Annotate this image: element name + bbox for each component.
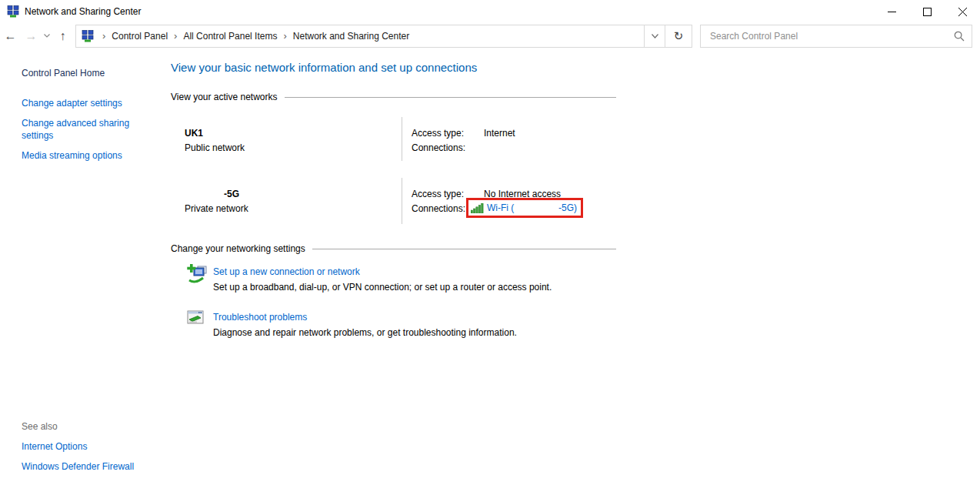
troubleshoot-description: Diagnose and repair network problems, or… <box>213 327 517 339</box>
new-connection-icon <box>187 264 208 284</box>
network-details: Access type: No Internet access Connecti… <box>402 178 616 224</box>
network-row-5g: -5G Private network Access type: No Inte… <box>171 178 616 224</box>
troubleshoot-icon <box>187 309 208 329</box>
history-chevron-down-icon[interactable] <box>42 34 52 38</box>
network-type: Private network <box>185 202 394 216</box>
access-type-value: Internet <box>484 126 515 141</box>
minimize-button[interactable] <box>874 0 909 23</box>
search-input[interactable] <box>702 30 954 42</box>
network-center-icon <box>82 30 94 42</box>
troubleshoot-link[interactable]: Troubleshoot problems <box>213 311 307 323</box>
networking-settings-section-label: Change your networking settings <box>171 243 305 254</box>
breadcrumb-separator-icon: › <box>168 30 182 42</box>
network-name: -5G <box>224 187 394 202</box>
active-networks-section-header: View your active networks <box>171 92 616 102</box>
breadcrumb-item-all-control-panel-items[interactable]: All Control Panel Items <box>182 31 278 42</box>
wifi-connection-link[interactable]: Wi-Fi ( <box>487 201 514 216</box>
breadcrumb[interactable]: › Control Panel › All Control Panel Item… <box>75 25 665 48</box>
search-box[interactable] <box>700 25 972 48</box>
networking-settings-section: Change your networking settings <box>171 243 616 339</box>
see-also-label: See also <box>22 421 171 432</box>
breadcrumb-separator-icon: › <box>97 30 111 42</box>
back-icon[interactable]: ← <box>0 25 21 48</box>
forward-icon: → <box>21 25 42 48</box>
maximize-button[interactable] <box>909 0 945 23</box>
breadcrumb-item-control-panel[interactable]: Control Panel <box>111 31 168 42</box>
sidebar-item-media-streaming-options[interactable]: Media streaming options <box>22 149 154 162</box>
active-networks-section-label: View your active networks <box>171 92 278 102</box>
sidebar-item-control-panel-home[interactable]: Control Panel Home <box>22 68 171 79</box>
access-type-label: Access type: <box>412 126 484 141</box>
sidebar-item-change-adapter-settings[interactable]: Change adapter settings <box>22 97 154 109</box>
setup-connection-link[interactable]: Set up a new connection or network <box>213 266 360 278</box>
close-button[interactable] <box>945 0 980 23</box>
window-title: Network and Sharing Center <box>25 6 141 17</box>
wifi-connection-link-suffix[interactable]: -5G) <box>558 201 577 216</box>
refresh-icon: ↻ <box>674 29 684 43</box>
connections-label: Connections: <box>412 141 484 156</box>
sidebar-item-change-advanced-sharing-settings[interactable]: Change advanced sharing settings <box>22 117 154 142</box>
nav-arrows: ← → ↑ <box>0 25 73 48</box>
task-setup-connection: Set up a new connection or network Set u… <box>187 264 616 293</box>
sidebar-item-internet-options[interactable]: Internet Options <box>22 440 154 453</box>
up-icon[interactable]: ↑ <box>52 25 73 48</box>
breadcrumb-item-network-sharing-center[interactable]: Network and Sharing Center <box>292 31 410 42</box>
wifi-connection-highlight-box: Wi-Fi ( -5G) <box>466 198 583 218</box>
section-divider-line <box>285 97 616 98</box>
address-chevron-down-icon[interactable] <box>644 25 665 47</box>
network-row-uk1: UK1 Public network Access type: Internet… <box>171 117 616 161</box>
title-bar: Network and Sharing Center <box>0 0 980 23</box>
refresh-button[interactable]: ↻ <box>665 25 692 48</box>
task-troubleshoot: Troubleshoot problems Diagnose and repai… <box>187 309 616 339</box>
section-divider-line <box>312 249 616 249</box>
page-title: View your basic network information and … <box>171 61 616 74</box>
content-area: Control Panel Home Change adapter settin… <box>0 52 980 485</box>
network-sharing-center-window: Network and Sharing Center ← → ↑ <box>0 0 980 485</box>
network-center-icon <box>7 5 19 18</box>
sidebar-item-windows-defender-firewall[interactable]: Windows Defender Firewall <box>22 460 154 473</box>
search-icon[interactable] <box>954 31 965 42</box>
network-type: Public network <box>185 141 394 156</box>
navigation-bar: ← → ↑ › Control Panel › All Control Pane… <box>0 23 980 52</box>
sidebar-spacer <box>22 169 171 421</box>
sidebar: Control Panel Home Change adapter settin… <box>0 52 171 485</box>
window-controls <box>874 0 980 23</box>
breadcrumb-separator-icon: › <box>278 30 292 42</box>
main-panel: View your basic network information and … <box>171 52 980 485</box>
network-details: Access type: Internet Connections: <box>402 117 616 161</box>
network-name: UK1 <box>185 126 394 141</box>
setup-connection-description: Set up a broadband, dial-up, or VPN conn… <box>213 282 552 293</box>
wifi-signal-icon <box>471 203 484 213</box>
